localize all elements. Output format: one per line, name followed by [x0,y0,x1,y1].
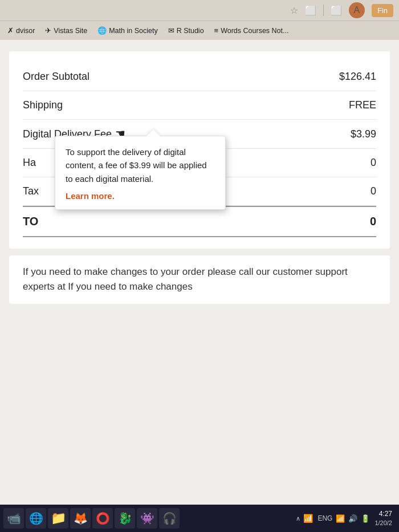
language-label: ENG [317,514,332,522]
digital-fee-value: $3.99 [351,128,376,140]
wifi-icon: 📶 [336,514,345,523]
clock-date: 1/20/2 [374,519,392,527]
bookmark-advisor-label: dvisor [16,27,35,35]
network-icon: 📶 [303,514,313,523]
copy-icon[interactable]: ⬜ [305,5,316,16]
tax-value: 0 [370,185,376,197]
bookmark-vistas[interactable]: ✈ Vistas Site [41,25,91,36]
tax-label: Tax [23,185,39,197]
handling-label: Ha [23,157,36,169]
bookmark-math-label: Math in Society [109,27,157,35]
bookmark-words-label: Words Courses Not... [221,27,288,35]
bookmarks-bar: ✗ dvisor ✈ Vistas Site 🌐 Math in Society… [0,21,399,40]
browser-topbar: ☆ ⬜ ⬜ A Fin [0,0,399,21]
bookmark-words[interactable]: ≡ Words Courses Not... [210,25,293,36]
shipping-label: Shipping [23,99,63,111]
footer-text: If you need to make changes to your orde… [23,266,348,292]
shipping-row: Shipping FREE [23,91,376,120]
taskbar-icon-chrome[interactable]: 🌐 [26,508,46,529]
bookmark-vistas-icon: ✈ [45,26,51,35]
order-summary: Order Subtotal $126.41 Shipping FREE Dig… [9,51,390,249]
bookmark-rstudio-icon: ✉ [168,26,174,35]
footer-info: If you need to make changes to your orde… [9,255,390,304]
monitor-icon[interactable]: ⬜ [331,5,342,16]
page-content: Order Subtotal $126.41 Shipping FREE Dig… [0,40,399,505]
divider [323,5,324,16]
bookmark-vistas-label: Vistas Site [54,27,87,35]
order-subtotal-label: Order Subtotal [23,71,89,83]
star-icon[interactable]: ☆ [290,5,298,16]
tooltip-text: To support the delivery of digital conte… [66,145,215,185]
bookmark-rstudio[interactable]: ✉ R Studio [164,25,208,36]
taskbar-icon-game[interactable]: 👾 [137,508,157,529]
taskbar-icon-dragon[interactable]: 🐉 [115,508,135,529]
taskbar-icon-folder[interactable]: 📁 [48,508,68,529]
bookmark-words-icon: ≡ [214,26,219,35]
bookmark-math-icon: 🌐 [97,26,107,35]
notification-area: ∧ 📶 [296,514,313,523]
order-subtotal-value: $126.41 [339,71,376,83]
total-row: TO 0 [23,206,376,237]
bookmark-math[interactable]: 🌐 Math in Society [93,25,161,36]
bookmark-advisor[interactable]: ✗ dvisor [3,25,39,36]
clock-time: 4:27 [374,509,392,519]
taskbar-icon-camera[interactable]: 📹 [3,508,24,529]
taskbar-right: ∧ 📶 ENG 📶 🔊 🔋 4:27 1/20/2 [296,509,396,527]
total-label: TO [23,215,38,228]
tooltip-learn-more-link[interactable]: Learn more. [66,191,115,201]
bookmark-advisor-icon: ✗ [7,26,14,35]
taskbar: 📹 🌐 📁 🦊 ⭕ 🐉 👾 🎧 ∧ 📶 ENG 📶 🔊 🔋 4:27 1/20/… [0,505,399,532]
total-value: 0 [370,215,376,228]
handling-value: 0 [370,157,376,169]
taskbar-icon-opera[interactable]: ⭕ [92,508,113,529]
order-subtotal-row: Order Subtotal $126.41 [23,63,376,91]
chevron-up-icon[interactable]: ∧ [296,515,300,522]
volume-icon[interactable]: 🔊 [348,514,357,523]
battery-icon: 🔋 [361,514,370,523]
bookmark-rstudio-label: R Studio [177,27,204,35]
digital-fee-tooltip: To support the delivery of digital conte… [55,136,226,210]
taskbar-icon-firefox[interactable]: 🦊 [70,508,91,529]
shipping-value: FREE [349,99,376,111]
taskbar-icon-headset[interactable]: 🎧 [159,508,180,529]
profile-avatar[interactable]: A [349,2,365,18]
taskbar-clock: 4:27 1/20/2 [374,509,392,527]
system-tray: ENG 📶 🔊 🔋 [317,514,370,523]
fin-button[interactable]: Fin [372,4,393,17]
